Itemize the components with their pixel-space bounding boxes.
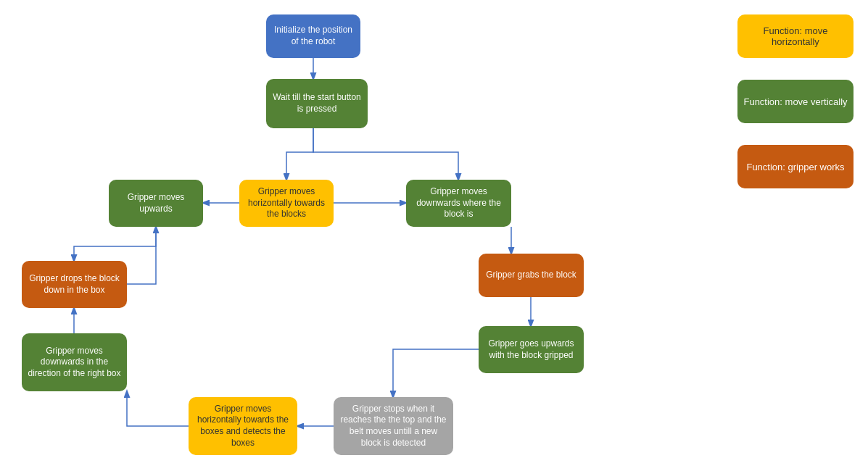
node-gripper-down-right: Gripper moves downwards in the direction… — [22, 333, 127, 391]
legend: Function: move horizontally Function: mo… — [737, 14, 853, 188]
flowchart: Initialize the position of the robot Wai… — [0, 0, 868, 471]
node-gripper-drops: Gripper drops the block down in the box — [22, 261, 127, 308]
legend-move-horizontally: Function: move horizontally — [737, 14, 853, 58]
node-gripper-grabs: Gripper grabs the block — [479, 254, 584, 297]
node-gripper-horiz-boxes: Gripper moves horizontally towards the b… — [189, 397, 297, 455]
node-gripper-down-block: Gripper moves downwards where the block … — [406, 180, 511, 227]
legend-move-vertically: Function: move vertically — [737, 80, 853, 123]
node-init: Initialize the position of the robot — [266, 14, 360, 58]
legend-gripper-works: Function: gripper works — [737, 145, 853, 188]
node-gripper-up: Gripper moves upwards — [109, 180, 203, 227]
node-gripper-horiz-blocks: Gripper moves horizontally towards the b… — [239, 180, 334, 227]
node-gripper-stops: Gripper stops when it reaches the the to… — [334, 397, 453, 455]
node-gripper-goes-up: Gripper goes upwards with the block grip… — [479, 326, 584, 373]
node-wait: Wait till the start button is pressed — [266, 79, 368, 128]
